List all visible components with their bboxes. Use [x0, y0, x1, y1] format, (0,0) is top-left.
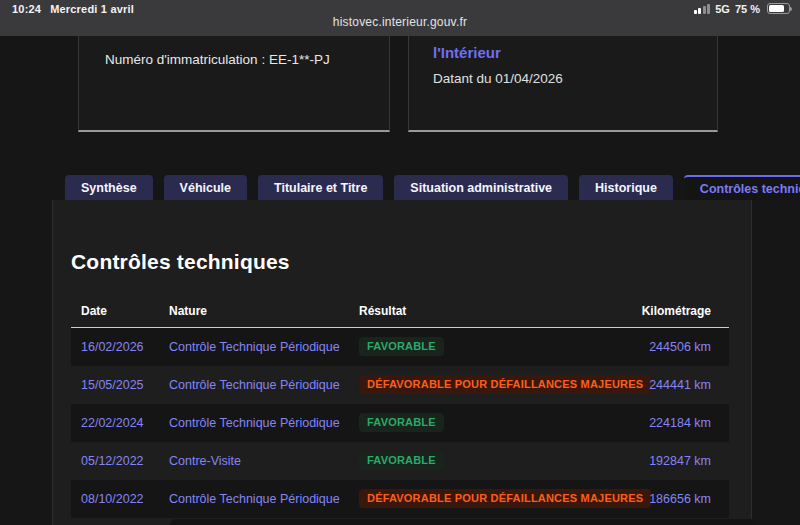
tab-vehicule[interactable]: Véhicule: [164, 175, 247, 200]
control-date: 22/02/2024: [71, 404, 159, 442]
column-header: Kilométrage: [619, 296, 729, 328]
cellular-signal-icon: [694, 4, 711, 14]
control-nature: Contrôle Technique Périodique: [159, 328, 349, 366]
network-type: 5G: [715, 3, 730, 15]
status-date: Mercredi 1 avril: [50, 3, 134, 15]
status-left: 10:24 Mercredi 1 avril: [12, 1, 134, 16]
control-nature: Contre-Visite: [159, 442, 349, 480]
table-row: 08/10/2022Contrôle Technique PériodiqueD…: [71, 480, 729, 518]
control-kilometrage: 224184 km: [619, 404, 729, 442]
control-nature: Contrôle Technique Périodique: [159, 404, 349, 442]
control-result-cell: DÉFAVORABLE POUR DÉFAILLANCES MAJEURES: [349, 366, 619, 404]
certificate-date: Datant du 01/04/2026: [409, 61, 717, 86]
tab-synthese[interactable]: Synthèse: [65, 175, 153, 200]
status-badge: FAVORABLE: [359, 451, 444, 470]
table-row: 05/12/2022Contre-VisiteFAVORABLE192847 k…: [71, 442, 729, 480]
table-row: 15/05/2025Contrôle Technique PériodiqueD…: [71, 366, 729, 404]
control-nature: Contrôle Technique Périodique: [159, 366, 349, 404]
tab-bar: SynthèseVéhiculeTitulaire et TitreSituat…: [65, 175, 800, 200]
registration-number: Numéro d'immatriculation : EE-1**-PJ: [79, 36, 389, 67]
status-badge: DÉFAVORABLE POUR DÉFAILLANCES MAJEURES: [359, 489, 651, 508]
table-row: 22/02/2024Contrôle Technique PériodiqueF…: [71, 404, 729, 442]
battery-icon: [767, 3, 790, 14]
tab-historique[interactable]: Historique: [579, 175, 673, 200]
column-header: Résultat: [349, 296, 619, 328]
control-result-cell: FAVORABLE: [349, 442, 619, 480]
partial-next-section: [170, 519, 757, 525]
status-right: 5G 75 %: [694, 1, 790, 16]
tab-panel: Contrôles techniques DateNatureRésultatK…: [52, 200, 752, 525]
control-result-cell: DÉFAVORABLE POUR DÉFAILLANCES MAJEURES: [349, 480, 619, 518]
control-kilometrage: 192847 km: [619, 442, 729, 480]
control-date: 16/02/2026: [71, 328, 159, 366]
status-badge: FAVORABLE: [359, 337, 444, 356]
tab-titulaire-et-titre[interactable]: Titulaire et Titre: [258, 175, 383, 200]
status-badge: FAVORABLE: [359, 413, 444, 432]
certificate-issuer: l'Intérieur: [409, 36, 717, 61]
screen: 10:24 Mercredi 1 avril histovec.interieu…: [0, 0, 800, 525]
technical-controls-table: DateNatureRésultatKilométrage 16/02/2026…: [71, 296, 729, 518]
registration-card: Numéro d'immatriculation : EE-1**-PJ: [78, 36, 390, 132]
control-result-cell: FAVORABLE: [349, 328, 619, 366]
control-result-cell: FAVORABLE: [349, 404, 619, 442]
clock: 10:24: [12, 3, 41, 15]
status-badge: DÉFAVORABLE POUR DÉFAILLANCES MAJEURES: [359, 375, 651, 394]
certificate-card: l'Intérieur Datant du 01/04/2026: [408, 36, 718, 132]
url-bar[interactable]: histovec.interieur.gouv.fr: [0, 15, 800, 29]
ios-safari-topbar: 10:24 Mercredi 1 avril histovec.interieu…: [0, 0, 800, 36]
control-date: 15/05/2025: [71, 366, 159, 404]
tab-situation-administrative[interactable]: Situation administrative: [394, 175, 568, 200]
tab-controles-techniques[interactable]: Contrôles techniques: [684, 175, 800, 200]
control-date: 08/10/2022: [71, 480, 159, 518]
table-header-row: DateNatureRésultatKilométrage: [71, 296, 729, 328]
battery-percent: 75 %: [735, 3, 760, 15]
column-header: Nature: [159, 296, 349, 328]
section-title: Contrôles techniques: [71, 250, 751, 274]
control-date: 05/12/2022: [71, 442, 159, 480]
control-kilometrage: 244506 km: [619, 328, 729, 366]
control-nature: Contrôle Technique Périodique: [159, 480, 349, 518]
column-header: Date: [71, 296, 159, 328]
table-row: 16/02/2026Contrôle Technique PériodiqueF…: [71, 328, 729, 366]
